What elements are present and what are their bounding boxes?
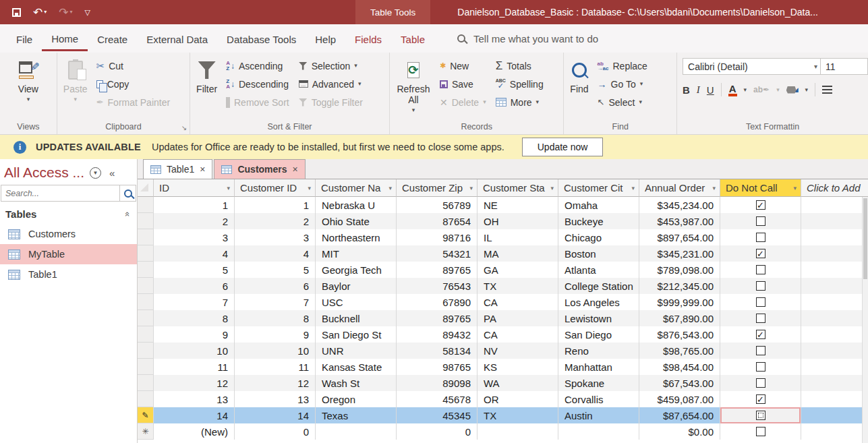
cell-dnc[interactable] bbox=[720, 229, 801, 245]
cell-city[interactable]: Los Angeles bbox=[558, 294, 639, 310]
cell-state[interactable]: IL bbox=[478, 229, 558, 245]
cell-id[interactable]: 12 bbox=[154, 375, 235, 391]
font-size-combobox[interactable]: 11 bbox=[821, 58, 868, 75]
table-row[interactable]: 11Nebraska U56789NEOmaha$345,234.00 bbox=[138, 197, 868, 213]
cell-click-to-add[interactable] bbox=[801, 391, 868, 407]
copy-button[interactable]: Copy bbox=[92, 75, 175, 93]
cell-customer_id[interactable]: 3 bbox=[235, 229, 316, 245]
cell-click-to-add[interactable] bbox=[801, 423, 868, 440]
cell-customer_id[interactable]: 12 bbox=[235, 375, 316, 391]
cell-zip[interactable]: 67890 bbox=[397, 294, 478, 310]
do-not-call-checkbox[interactable] bbox=[756, 362, 765, 372]
nav-item-table1[interactable]: Table1 bbox=[0, 264, 137, 285]
tab-external-data[interactable]: External Data bbox=[137, 27, 217, 50]
do-not-call-checkbox[interactable] bbox=[756, 346, 765, 355]
cell-zip[interactable]: 45345 bbox=[397, 407, 478, 423]
save-icon[interactable] bbox=[12, 8, 21, 17]
cell-name[interactable]: Wash St bbox=[316, 375, 397, 391]
cell-click-to-add[interactable] bbox=[801, 213, 868, 229]
cell-annual[interactable]: $98,454.00 bbox=[639, 359, 720, 375]
row-selector[interactable] bbox=[138, 310, 154, 326]
cell-annual[interactable]: $0.00 bbox=[639, 423, 720, 440]
row-selector[interactable] bbox=[138, 245, 154, 262]
cell-city[interactable]: Lewistown bbox=[558, 310, 639, 326]
cell-click-to-add[interactable] bbox=[801, 278, 868, 294]
cell-annual[interactable]: $98,765.00 bbox=[639, 343, 720, 359]
cell-dnc[interactable] bbox=[720, 375, 801, 391]
cell-click-to-add[interactable] bbox=[801, 245, 868, 262]
row-selector[interactable] bbox=[138, 229, 154, 245]
cell-name[interactable]: San Diego St bbox=[316, 326, 397, 343]
table-row[interactable]: ✎1414Texas45345TXAustin$87,654.00 bbox=[138, 407, 868, 423]
tab-file[interactable]: File bbox=[7, 27, 42, 50]
nav-item-customers[interactable]: Customers bbox=[0, 224, 137, 244]
cell-annual[interactable]: $453,987.00 bbox=[639, 213, 720, 229]
cell-id[interactable]: 8 bbox=[154, 310, 235, 326]
save-record-button[interactable]: Save bbox=[436, 75, 490, 93]
table-row[interactable]: 88Bucknell89765PALewistown$67,890.00 bbox=[138, 310, 868, 326]
cell-dnc[interactable] bbox=[720, 245, 801, 262]
cell-customer_id[interactable]: 5 bbox=[235, 262, 316, 278]
cell-name[interactable]: Georgia Tech bbox=[316, 262, 397, 278]
cell-zip[interactable]: 58134 bbox=[397, 343, 478, 359]
underline-button[interactable]: U bbox=[707, 84, 714, 96]
row-selector-editing[interactable]: ✎ bbox=[138, 407, 154, 423]
nav-menu-button[interactable]: ▼ bbox=[90, 167, 101, 179]
row-selector[interactable] bbox=[138, 326, 154, 343]
font-color-button[interactable]: A bbox=[728, 84, 737, 96]
row-selector[interactable] bbox=[138, 197, 154, 213]
cell-customer_id[interactable]: 2 bbox=[235, 213, 316, 229]
cell-customer_id[interactable]: 9 bbox=[235, 326, 316, 343]
cell-name[interactable]: USC bbox=[316, 294, 397, 310]
cell-click-to-add[interactable] bbox=[801, 359, 868, 375]
cell-customer_id[interactable]: 14 bbox=[235, 407, 316, 423]
cell-click-to-add[interactable] bbox=[801, 326, 868, 343]
cell-id[interactable]: (New) bbox=[154, 423, 235, 440]
column-header-customer-zip[interactable]: Customer Zip▾ bbox=[397, 179, 478, 197]
cell-city[interactable]: Omaha bbox=[558, 197, 639, 213]
cell-state[interactable]: CA bbox=[478, 326, 558, 343]
cell-zip[interactable]: 54321 bbox=[397, 245, 478, 262]
cell-city[interactable]: San Diego bbox=[558, 326, 639, 343]
row-selector[interactable] bbox=[138, 375, 154, 391]
do-not-call-checkbox[interactable] bbox=[756, 265, 765, 274]
column-dropdown-icon[interactable]: ▾ bbox=[550, 185, 555, 191]
cell-annual[interactable]: $345,234.00 bbox=[639, 197, 720, 213]
cell-annual[interactable]: $897,654.00 bbox=[639, 229, 720, 245]
column-dropdown-icon[interactable]: ▾ bbox=[469, 185, 474, 191]
cell-zip[interactable]: 87654 bbox=[397, 213, 478, 229]
customize-qat-button[interactable]: ▽ bbox=[85, 9, 90, 16]
replace-button[interactable]: ab→acReplace bbox=[594, 57, 652, 75]
cell-annual[interactable]: $459,087.00 bbox=[639, 391, 720, 407]
close-icon[interactable]: × bbox=[293, 164, 298, 175]
nav-group-tables[interactable]: Tables « bbox=[0, 202, 137, 224]
cell-zip[interactable]: 98716 bbox=[397, 229, 478, 245]
ascending-button[interactable]: AZ↓Ascending bbox=[222, 57, 293, 75]
column-dropdown-icon[interactable]: ▾ bbox=[631, 185, 636, 191]
cell-annual[interactable]: $876,543.00 bbox=[639, 326, 720, 343]
column-dropdown-icon[interactable]: ▾ bbox=[227, 185, 231, 191]
tab-database-tools[interactable]: Database Tools bbox=[217, 27, 306, 50]
row-selector[interactable] bbox=[138, 343, 154, 359]
cell-annual[interactable]: $789,098.00 bbox=[639, 262, 720, 278]
cell-city[interactable]: Corvallis bbox=[558, 391, 639, 407]
cell-dnc[interactable] bbox=[720, 278, 801, 294]
cell-name[interactable]: Texas bbox=[316, 407, 397, 423]
cell-customer_id[interactable]: 0 bbox=[235, 423, 316, 440]
cell-zip[interactable]: 76543 bbox=[397, 278, 478, 294]
cell-dnc[interactable] bbox=[720, 213, 801, 229]
cell-customer_id[interactable]: 6 bbox=[235, 278, 316, 294]
selection-button[interactable]: Selection▾ bbox=[295, 57, 367, 75]
cut-button[interactable]: ✂Cut bbox=[92, 57, 175, 75]
do-not-call-checkbox[interactable] bbox=[756, 216, 765, 226]
cell-dnc[interactable] bbox=[720, 294, 801, 310]
table-row[interactable]: 66Baylor76543TXCollege Station$212,345.0… bbox=[138, 278, 868, 294]
cell-annual[interactable]: $212,345.00 bbox=[639, 278, 720, 294]
cell-name[interactable]: Baylor bbox=[316, 278, 397, 294]
cell-id[interactable]: 13 bbox=[154, 391, 235, 407]
cell-zip[interactable]: 45678 bbox=[397, 391, 478, 407]
bold-button[interactable]: B bbox=[683, 84, 690, 96]
cell-zip[interactable]: 89098 bbox=[397, 375, 478, 391]
cell-name[interactable] bbox=[316, 423, 397, 440]
font-name-combobox[interactable]: Calibri (Detail) ▾ bbox=[683, 58, 821, 75]
